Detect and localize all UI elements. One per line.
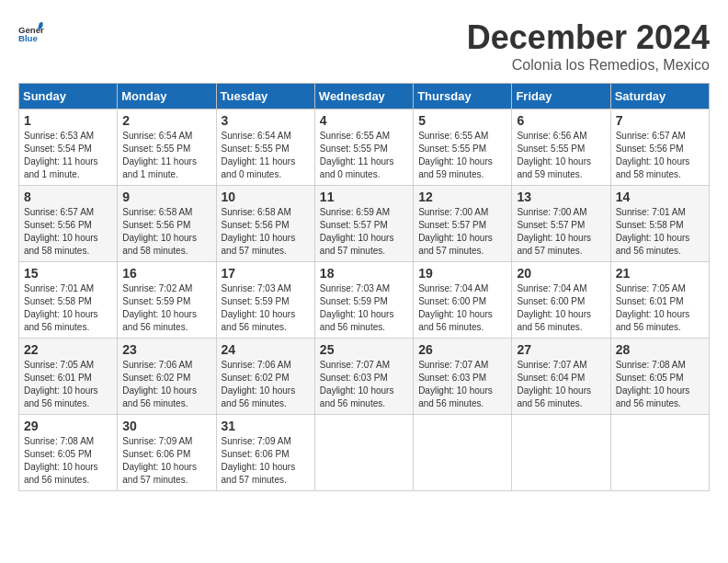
day-info: Sunrise: 7:02 AM Sunset: 5:59 PM Dayligh… bbox=[122, 282, 210, 334]
table-row: 18 Sunrise: 7:03 AM Sunset: 5:59 PM Dayl… bbox=[314, 262, 413, 339]
day-info: Sunrise: 7:06 AM Sunset: 6:02 PM Dayligh… bbox=[222, 359, 310, 410]
day-info: Sunrise: 7:03 AM Sunset: 5:59 PM Dayligh… bbox=[222, 282, 310, 334]
table-row: 19 Sunrise: 7:04 AM Sunset: 6:00 PM Dayl… bbox=[414, 262, 512, 339]
day-info: Sunrise: 7:08 AM Sunset: 6:05 PM Dayligh… bbox=[616, 359, 704, 410]
day-info: Sunrise: 6:55 AM Sunset: 5:55 PM Dayligh… bbox=[418, 130, 506, 181]
day-number: 7 bbox=[616, 113, 704, 128]
table-row: 25 Sunrise: 7:07 AM Sunset: 6:03 PM Dayl… bbox=[314, 339, 413, 415]
day-number: 25 bbox=[320, 342, 408, 357]
table-row: 20 Sunrise: 7:04 AM Sunset: 6:00 PM Dayl… bbox=[512, 262, 610, 339]
day-number: 30 bbox=[122, 419, 210, 433]
day-number: 10 bbox=[222, 190, 310, 204]
day-info: Sunrise: 6:55 AM Sunset: 5:55 PM Dayligh… bbox=[320, 130, 408, 181]
table-row: 4 Sunrise: 6:55 AM Sunset: 5:55 PM Dayli… bbox=[314, 109, 413, 186]
day-number: 28 bbox=[616, 342, 704, 357]
day-number: 1 bbox=[24, 113, 112, 128]
day-number: 15 bbox=[24, 266, 112, 281]
title-area: December 2024 Colonia los Remedios, Mexi… bbox=[467, 18, 710, 74]
day-number: 19 bbox=[418, 266, 506, 281]
day-number: 2 bbox=[122, 113, 210, 128]
table-row: 30 Sunrise: 7:09 AM Sunset: 6:06 PM Dayl… bbox=[118, 415, 216, 491]
table-row: 5 Sunrise: 6:55 AM Sunset: 5:55 PM Dayli… bbox=[414, 109, 512, 186]
day-info: Sunrise: 7:00 AM Sunset: 5:57 PM Dayligh… bbox=[418, 206, 506, 258]
month-title: December 2024 bbox=[467, 18, 710, 57]
day-number: 26 bbox=[418, 342, 506, 357]
col-wednesday: Wednesday bbox=[314, 84, 413, 109]
location-subtitle: Colonia los Remedios, Mexico bbox=[467, 57, 710, 74]
table-row: 24 Sunrise: 7:06 AM Sunset: 6:02 PM Dayl… bbox=[216, 339, 314, 415]
table-row: 17 Sunrise: 7:03 AM Sunset: 5:59 PM Dayl… bbox=[216, 262, 314, 339]
day-number: 31 bbox=[222, 419, 310, 433]
day-info: Sunrise: 7:04 AM Sunset: 6:00 PM Dayligh… bbox=[517, 282, 605, 334]
day-info: Sunrise: 7:07 AM Sunset: 6:03 PM Dayligh… bbox=[320, 359, 408, 410]
day-number: 3 bbox=[222, 113, 310, 128]
col-sunday: Sunday bbox=[19, 84, 118, 109]
table-row: 1 Sunrise: 6:53 AM Sunset: 5:54 PM Dayli… bbox=[19, 109, 118, 186]
day-number: 16 bbox=[122, 266, 210, 281]
col-friday: Friday bbox=[512, 84, 610, 109]
col-monday: Monday bbox=[118, 84, 216, 109]
calendar-week-row: 22 Sunrise: 7:05 AM Sunset: 6:01 PM Dayl… bbox=[19, 339, 710, 415]
table-row: 7 Sunrise: 6:57 AM Sunset: 5:56 PM Dayli… bbox=[610, 109, 709, 186]
table-row: 16 Sunrise: 7:02 AM Sunset: 5:59 PM Dayl… bbox=[118, 262, 216, 339]
header: General Blue December 2024 Colonia los R… bbox=[18, 18, 710, 74]
table-row: 8 Sunrise: 6:57 AM Sunset: 5:56 PM Dayli… bbox=[19, 186, 118, 262]
table-row: 2 Sunrise: 6:54 AM Sunset: 5:55 PM Dayli… bbox=[118, 109, 216, 186]
table-row: 9 Sunrise: 6:58 AM Sunset: 5:56 PM Dayli… bbox=[118, 186, 216, 262]
col-tuesday: Tuesday bbox=[216, 84, 314, 109]
day-number: 6 bbox=[517, 113, 605, 128]
table-row: 27 Sunrise: 7:07 AM Sunset: 6:04 PM Dayl… bbox=[512, 339, 610, 415]
day-number: 20 bbox=[517, 266, 605, 281]
day-info: Sunrise: 7:06 AM Sunset: 6:02 PM Dayligh… bbox=[122, 359, 210, 410]
day-info: Sunrise: 6:58 AM Sunset: 5:56 PM Dayligh… bbox=[122, 206, 210, 258]
day-number: 12 bbox=[418, 190, 506, 204]
table-row: 23 Sunrise: 7:06 AM Sunset: 6:02 PM Dayl… bbox=[118, 339, 216, 415]
day-number: 13 bbox=[517, 190, 605, 204]
logo-icon: General Blue bbox=[18, 18, 44, 44]
table-row: 31 Sunrise: 7:09 AM Sunset: 6:06 PM Dayl… bbox=[216, 415, 314, 491]
day-info: Sunrise: 6:58 AM Sunset: 5:56 PM Dayligh… bbox=[222, 206, 310, 258]
table-row: 22 Sunrise: 7:05 AM Sunset: 6:01 PM Dayl… bbox=[19, 339, 118, 415]
table-row: 11 Sunrise: 6:59 AM Sunset: 5:57 PM Dayl… bbox=[314, 186, 413, 262]
day-number: 24 bbox=[222, 342, 310, 357]
day-number: 21 bbox=[616, 266, 704, 281]
day-info: Sunrise: 6:56 AM Sunset: 5:55 PM Dayligh… bbox=[517, 130, 605, 181]
day-info: Sunrise: 6:57 AM Sunset: 5:56 PM Dayligh… bbox=[24, 206, 112, 258]
table-row: 3 Sunrise: 6:54 AM Sunset: 5:55 PM Dayli… bbox=[216, 109, 314, 186]
col-thursday: Thursday bbox=[414, 84, 512, 109]
day-info: Sunrise: 7:09 AM Sunset: 6:06 PM Dayligh… bbox=[122, 435, 210, 487]
day-info: Sunrise: 7:04 AM Sunset: 6:00 PM Dayligh… bbox=[418, 282, 506, 334]
table-row bbox=[414, 415, 512, 491]
day-number: 18 bbox=[320, 266, 408, 281]
col-saturday: Saturday bbox=[610, 84, 709, 109]
table-row: 21 Sunrise: 7:05 AM Sunset: 6:01 PM Dayl… bbox=[610, 262, 709, 339]
day-info: Sunrise: 6:59 AM Sunset: 5:57 PM Dayligh… bbox=[320, 206, 408, 258]
day-number: 4 bbox=[320, 113, 408, 128]
table-row bbox=[314, 415, 413, 491]
day-info: Sunrise: 7:05 AM Sunset: 6:01 PM Dayligh… bbox=[616, 282, 704, 334]
table-row: 15 Sunrise: 7:01 AM Sunset: 5:58 PM Dayl… bbox=[19, 262, 118, 339]
day-info: Sunrise: 7:03 AM Sunset: 5:59 PM Dayligh… bbox=[320, 282, 408, 334]
day-number: 17 bbox=[222, 266, 310, 281]
day-info: Sunrise: 7:01 AM Sunset: 5:58 PM Dayligh… bbox=[24, 282, 112, 334]
calendar-week-row: 1 Sunrise: 6:53 AM Sunset: 5:54 PM Dayli… bbox=[19, 109, 710, 186]
day-info: Sunrise: 7:07 AM Sunset: 6:04 PM Dayligh… bbox=[517, 359, 605, 410]
day-info: Sunrise: 7:08 AM Sunset: 6:05 PM Dayligh… bbox=[24, 435, 112, 487]
day-info: Sunrise: 6:57 AM Sunset: 5:56 PM Dayligh… bbox=[616, 130, 704, 181]
calendar-week-row: 15 Sunrise: 7:01 AM Sunset: 5:58 PM Dayl… bbox=[19, 262, 710, 339]
calendar-table: Sunday Monday Tuesday Wednesday Thursday… bbox=[18, 83, 710, 491]
table-row bbox=[610, 415, 709, 491]
day-info: Sunrise: 7:00 AM Sunset: 5:57 PM Dayligh… bbox=[517, 206, 605, 258]
day-number: 5 bbox=[418, 113, 506, 128]
day-number: 8 bbox=[24, 190, 112, 204]
day-number: 29 bbox=[24, 419, 112, 433]
day-info: Sunrise: 6:54 AM Sunset: 5:55 PM Dayligh… bbox=[122, 130, 210, 181]
day-number: 22 bbox=[24, 342, 112, 357]
calendar-week-row: 29 Sunrise: 7:08 AM Sunset: 6:05 PM Dayl… bbox=[19, 415, 710, 491]
day-number: 27 bbox=[517, 342, 605, 357]
day-number: 23 bbox=[122, 342, 210, 357]
table-row bbox=[512, 415, 610, 491]
day-info: Sunrise: 7:09 AM Sunset: 6:06 PM Dayligh… bbox=[222, 435, 310, 487]
day-number: 9 bbox=[122, 190, 210, 204]
day-info: Sunrise: 7:05 AM Sunset: 6:01 PM Dayligh… bbox=[24, 359, 112, 410]
